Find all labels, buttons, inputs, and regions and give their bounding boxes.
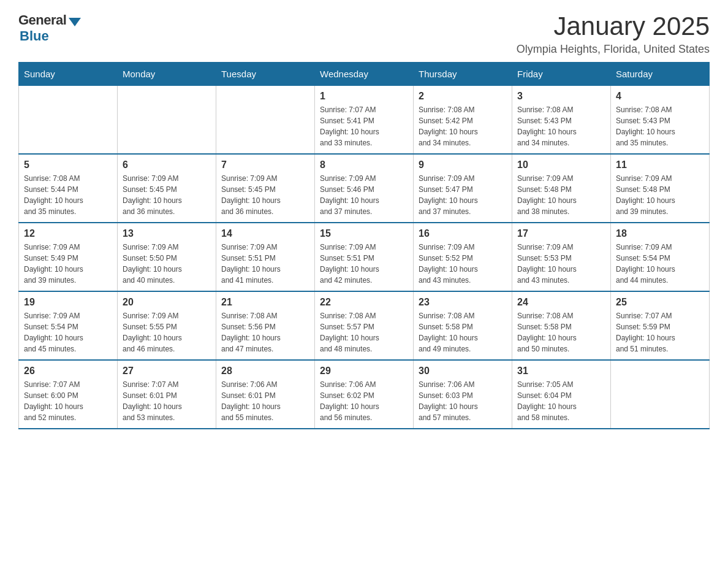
calendar-cell: 3Sunrise: 7:08 AMSunset: 5:43 PMDaylight… (512, 86, 611, 155)
day-info: Sunrise: 7:09 AMSunset: 5:52 PMDaylight:… (419, 242, 507, 286)
day-number: 25 (616, 297, 704, 308)
day-number: 19 (24, 297, 112, 308)
day-number: 21 (221, 297, 309, 308)
day-number: 1 (320, 91, 408, 102)
day-number: 17 (517, 228, 605, 239)
calendar-table: SundayMondayTuesdayWednesdayThursdayFrid… (18, 62, 710, 429)
calendar-cell: 4Sunrise: 7:08 AMSunset: 5:43 PMDaylight… (611, 86, 710, 155)
day-number: 8 (320, 159, 408, 170)
calendar-cell: 10Sunrise: 7:09 AMSunset: 5:48 PMDayligh… (512, 154, 611, 223)
calendar-cell: 5Sunrise: 7:08 AMSunset: 5:44 PMDaylight… (19, 154, 118, 223)
day-info: Sunrise: 7:05 AMSunset: 6:04 PMDaylight:… (517, 379, 605, 423)
calendar-header-tuesday: Tuesday (216, 63, 315, 86)
calendar-week-row: 26Sunrise: 7:07 AMSunset: 6:00 PMDayligh… (19, 360, 710, 429)
calendar-cell: 19Sunrise: 7:09 AMSunset: 5:54 PMDayligh… (19, 291, 118, 360)
day-number: 11 (616, 159, 704, 170)
day-number: 20 (123, 297, 211, 308)
calendar-cell: 29Sunrise: 7:06 AMSunset: 6:02 PMDayligh… (315, 360, 414, 429)
day-info: Sunrise: 7:09 AMSunset: 5:51 PMDaylight:… (320, 242, 408, 286)
calendar-cell (118, 86, 216, 155)
day-info: Sunrise: 7:09 AMSunset: 5:55 PMDaylight:… (123, 310, 211, 354)
day-info: Sunrise: 7:08 AMSunset: 5:58 PMDaylight:… (517, 310, 605, 354)
day-info: Sunrise: 7:08 AMSunset: 5:57 PMDaylight:… (320, 310, 408, 354)
calendar-cell: 1Sunrise: 7:07 AMSunset: 5:41 PMDaylight… (315, 86, 414, 155)
day-info: Sunrise: 7:07 AMSunset: 5:59 PMDaylight:… (616, 310, 704, 354)
day-number: 31 (517, 366, 605, 377)
calendar-cell: 22Sunrise: 7:08 AMSunset: 5:57 PMDayligh… (315, 291, 414, 360)
calendar-week-row: 1Sunrise: 7:07 AMSunset: 5:41 PMDaylight… (19, 86, 710, 155)
day-info: Sunrise: 7:09 AMSunset: 5:47 PMDaylight:… (419, 173, 507, 217)
day-number: 2 (419, 91, 507, 102)
calendar-cell: 16Sunrise: 7:09 AMSunset: 5:52 PMDayligh… (414, 223, 512, 291)
calendar-header-friday: Friday (512, 63, 611, 86)
calendar-cell: 12Sunrise: 7:09 AMSunset: 5:49 PMDayligh… (19, 223, 118, 291)
title-section: January 2025 Olympia Heights, Florida, U… (517, 12, 710, 56)
day-info: Sunrise: 7:08 AMSunset: 5:44 PMDaylight:… (24, 173, 112, 217)
day-info: Sunrise: 7:06 AMSunset: 6:02 PMDaylight:… (320, 379, 408, 423)
calendar-header-monday: Monday (118, 63, 216, 86)
calendar-cell: 24Sunrise: 7:08 AMSunset: 5:58 PMDayligh… (512, 291, 611, 360)
logo-blue-text: Blue (20, 28, 49, 44)
calendar-cell: 15Sunrise: 7:09 AMSunset: 5:51 PMDayligh… (315, 223, 414, 291)
calendar-cell: 27Sunrise: 7:07 AMSunset: 6:01 PMDayligh… (118, 360, 216, 429)
calendar-header-wednesday: Wednesday (315, 63, 414, 86)
month-title: January 2025 (517, 12, 710, 40)
day-number: 24 (517, 297, 605, 308)
calendar-header-row: SundayMondayTuesdayWednesdayThursdayFrid… (19, 63, 710, 86)
logo-general-text: General (18, 12, 66, 28)
calendar-header-saturday: Saturday (611, 63, 710, 86)
day-number: 7 (221, 159, 309, 170)
day-number: 18 (616, 228, 704, 239)
calendar-cell: 25Sunrise: 7:07 AMSunset: 5:59 PMDayligh… (611, 291, 710, 360)
day-number: 4 (616, 91, 704, 102)
calendar-header-sunday: Sunday (19, 63, 118, 86)
day-info: Sunrise: 7:07 AMSunset: 6:00 PMDaylight:… (24, 379, 112, 423)
day-number: 9 (419, 159, 507, 170)
calendar-cell: 23Sunrise: 7:08 AMSunset: 5:58 PMDayligh… (414, 291, 512, 360)
day-number: 3 (517, 91, 605, 102)
day-info: Sunrise: 7:08 AMSunset: 5:43 PMDaylight:… (517, 104, 605, 148)
day-number: 5 (24, 159, 112, 170)
day-number: 27 (123, 366, 211, 377)
day-info: Sunrise: 7:09 AMSunset: 5:45 PMDaylight:… (123, 173, 211, 217)
logo-arrow-icon (69, 18, 81, 26)
day-info: Sunrise: 7:07 AMSunset: 5:41 PMDaylight:… (320, 104, 408, 148)
day-number: 23 (419, 297, 507, 308)
calendar-cell: 28Sunrise: 7:06 AMSunset: 6:01 PMDayligh… (216, 360, 315, 429)
day-number: 10 (517, 159, 605, 170)
calendar-cell: 11Sunrise: 7:09 AMSunset: 5:48 PMDayligh… (611, 154, 710, 223)
calendar-cell (611, 360, 710, 429)
calendar-cell: 20Sunrise: 7:09 AMSunset: 5:55 PMDayligh… (118, 291, 216, 360)
day-info: Sunrise: 7:09 AMSunset: 5:45 PMDaylight:… (221, 173, 309, 217)
day-number: 13 (123, 228, 211, 239)
day-number: 14 (221, 228, 309, 239)
day-number: 16 (419, 228, 507, 239)
day-info: Sunrise: 7:08 AMSunset: 5:58 PMDaylight:… (419, 310, 507, 354)
calendar-cell: 7Sunrise: 7:09 AMSunset: 5:45 PMDaylight… (216, 154, 315, 223)
day-info: Sunrise: 7:09 AMSunset: 5:48 PMDaylight:… (616, 173, 704, 217)
day-number: 30 (419, 366, 507, 377)
calendar-cell: 9Sunrise: 7:09 AMSunset: 5:47 PMDaylight… (414, 154, 512, 223)
day-info: Sunrise: 7:06 AMSunset: 6:01 PMDaylight:… (221, 379, 309, 423)
day-info: Sunrise: 7:09 AMSunset: 5:51 PMDaylight:… (221, 242, 309, 286)
day-info: Sunrise: 7:09 AMSunset: 5:49 PMDaylight:… (24, 242, 112, 286)
day-info: Sunrise: 7:06 AMSunset: 6:03 PMDaylight:… (419, 379, 507, 423)
calendar-cell (19, 86, 118, 155)
day-number: 29 (320, 366, 408, 377)
calendar-cell: 8Sunrise: 7:09 AMSunset: 5:46 PMDaylight… (315, 154, 414, 223)
calendar-cell: 14Sunrise: 7:09 AMSunset: 5:51 PMDayligh… (216, 223, 315, 291)
location-title: Olympia Heights, Florida, United States (517, 43, 710, 56)
day-number: 6 (123, 159, 211, 170)
calendar-cell: 26Sunrise: 7:07 AMSunset: 6:00 PMDayligh… (19, 360, 118, 429)
calendar-week-row: 5Sunrise: 7:08 AMSunset: 5:44 PMDaylight… (19, 154, 710, 223)
page-header: General Blue January 2025 Olympia Height… (18, 12, 710, 56)
calendar-week-row: 12Sunrise: 7:09 AMSunset: 5:49 PMDayligh… (19, 223, 710, 291)
logo: General Blue (18, 12, 81, 44)
day-info: Sunrise: 7:09 AMSunset: 5:54 PMDaylight:… (24, 310, 112, 354)
calendar-header-thursday: Thursday (414, 63, 512, 86)
day-info: Sunrise: 7:07 AMSunset: 6:01 PMDaylight:… (123, 379, 211, 423)
day-info: Sunrise: 7:08 AMSunset: 5:56 PMDaylight:… (221, 310, 309, 354)
day-info: Sunrise: 7:09 AMSunset: 5:46 PMDaylight:… (320, 173, 408, 217)
day-info: Sunrise: 7:08 AMSunset: 5:43 PMDaylight:… (616, 104, 704, 148)
day-number: 12 (24, 228, 112, 239)
